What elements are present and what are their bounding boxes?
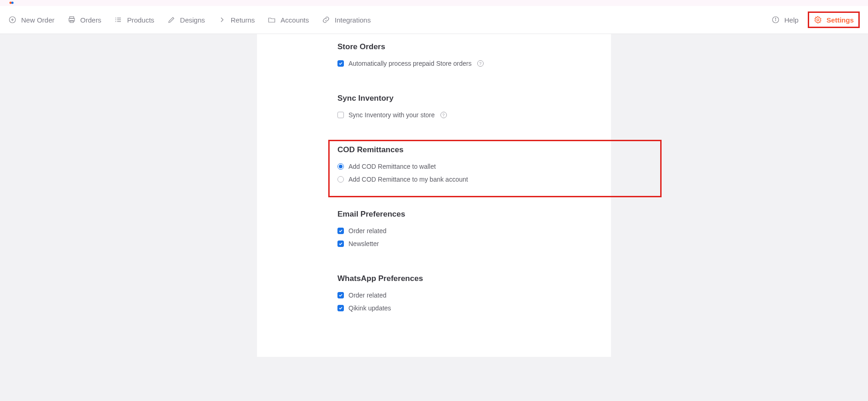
nav-returns[interactable]: Returns — [218, 16, 255, 24]
section-store-orders: Store Orders Automatically process prepa… — [257, 42, 611, 67]
help-icon[interactable]: ? — [477, 60, 484, 67]
nav-label: Orders — [80, 16, 102, 24]
info-icon — [771, 16, 780, 24]
svg-point-1 — [11, 2, 14, 4]
nav-left-group: New Order Orders Products Designs Return… — [8, 16, 371, 24]
section-title: Email Preferences — [337, 210, 583, 219]
option-auto-process: Automatically process prepaid Store orde… — [337, 60, 583, 67]
section-title: WhatsApp Preferences — [337, 274, 583, 283]
option-label: Order related — [348, 292, 386, 299]
help-icon[interactable]: ? — [440, 112, 447, 118]
option-label: Qikink updates — [348, 304, 391, 312]
checkmark-icon — [338, 61, 343, 66]
top-strip — [0, 0, 868, 6]
nav-new-order[interactable]: New Order — [8, 16, 55, 24]
nav-label: Returns — [231, 16, 255, 24]
logo-fragment-icon — [9, 0, 14, 5]
pencil-icon — [167, 16, 176, 24]
checkbox-email-order[interactable] — [337, 228, 344, 234]
option-email-order: Order related — [337, 227, 583, 235]
list-icon — [114, 16, 122, 24]
settings-card: Store Orders Automatically process prepa… — [257, 34, 611, 357]
nav-right-group: Help Settings — [771, 11, 860, 28]
nav-label: Accounts — [280, 16, 309, 24]
nav-orders[interactable]: Orders — [68, 16, 102, 24]
checkbox-whatsapp-updates[interactable] — [337, 305, 344, 311]
link-icon — [322, 16, 330, 24]
svg-rect-7 — [70, 21, 74, 23]
svg-point-16 — [775, 18, 776, 18]
nav-products[interactable]: Products — [114, 16, 154, 24]
section-sync-inventory: Sync Inventory Sync Inventory with your … — [257, 94, 611, 119]
option-label: Order related — [348, 227, 386, 235]
checkmark-icon — [338, 241, 343, 246]
settings-highlight-box: Settings — [808, 11, 860, 28]
nav-accounts[interactable]: Accounts — [268, 16, 309, 24]
option-whatsapp-order: Order related — [337, 292, 583, 299]
folder-icon — [268, 16, 276, 24]
nav-designs[interactable]: Designs — [167, 16, 205, 24]
option-label: Newsletter — [348, 240, 379, 247]
radio-cod-bank[interactable] — [337, 176, 344, 183]
nav-label: Products — [127, 16, 154, 24]
option-label: Add COD Remittance to my bank account — [348, 176, 468, 183]
option-whatsapp-updates: Qikink updates — [337, 304, 583, 312]
checkbox-whatsapp-order[interactable] — [337, 292, 344, 298]
option-sync-inventory: Sync Inventory with your store ? — [337, 111, 583, 119]
section-title: COD Remittances — [337, 145, 583, 155]
checkmark-icon — [338, 229, 343, 233]
option-label: Add COD Remittance to wallet — [348, 163, 436, 170]
nav-label: Designs — [180, 16, 205, 24]
nav-label: Integrations — [335, 16, 371, 24]
svg-point-17 — [817, 19, 819, 21]
content-area: Store Orders Automatically process prepa… — [0, 34, 868, 357]
option-label: Automatically process prepaid Store orde… — [348, 60, 472, 67]
chevron-right-icon — [218, 16, 226, 24]
checkmark-icon — [338, 306, 343, 310]
checkbox-sync-inventory[interactable] — [337, 112, 344, 118]
printer-icon — [68, 16, 76, 24]
gear-icon — [814, 16, 822, 24]
plus-circle-icon — [8, 16, 17, 24]
option-cod-bank: Add COD Remittance to my bank account — [337, 176, 583, 183]
radio-cod-wallet[interactable] — [337, 163, 344, 170]
section-title: Sync Inventory — [337, 94, 583, 103]
checkmark-icon — [338, 293, 343, 298]
section-cod-remittances: COD Remittances Add COD Remittance to wa… — [257, 145, 611, 183]
nav-settings[interactable]: Settings — [814, 16, 854, 24]
option-label: Sync Inventory with your store — [348, 111, 435, 119]
top-navbar: New Order Orders Products Designs Return… — [0, 6, 868, 34]
nav-label: New Order — [21, 16, 55, 24]
section-email-preferences: Email Preferences Order related Newslett… — [257, 210, 611, 247]
section-title: Store Orders — [337, 42, 583, 52]
checkbox-auto-process[interactable] — [337, 60, 344, 67]
option-email-newsletter: Newsletter — [337, 240, 583, 247]
option-cod-wallet: Add COD Remittance to wallet — [337, 163, 583, 170]
section-whatsapp-preferences: WhatsApp Preferences Order related Qikin… — [257, 274, 611, 312]
nav-label: Help — [784, 16, 799, 24]
nav-help[interactable]: Help — [771, 16, 799, 24]
nav-label: Settings — [827, 16, 854, 24]
checkbox-email-newsletter[interactable] — [337, 241, 344, 247]
nav-integrations[interactable]: Integrations — [322, 16, 371, 24]
